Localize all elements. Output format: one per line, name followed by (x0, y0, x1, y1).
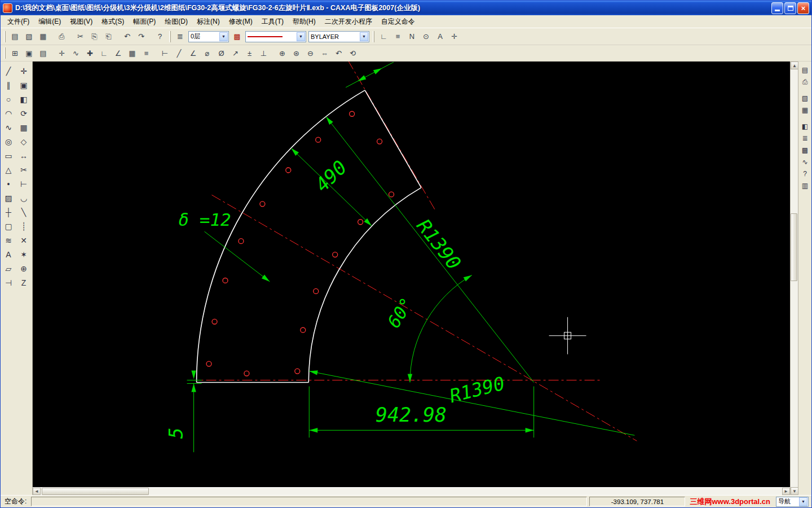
restore-button[interactable] (784, 2, 796, 14)
plot-icon[interactable]: ⎙ (799, 76, 811, 87)
menu-item-help[interactable]: 帮助(H) (288, 15, 320, 28)
offset-tool-button[interactable]: ≋ (2, 234, 16, 247)
rotate-tool-button[interactable]: ⟳ (17, 107, 31, 120)
pan-view-button[interactable]: ⇔ (317, 47, 332, 59)
zoom-dynamic-button[interactable]: ⊛ (289, 47, 303, 59)
polygon-tool-button[interactable]: △ (2, 163, 16, 177)
chevron-down-icon[interactable]: ▼ (360, 32, 368, 41)
pan-tool-button[interactable]: ✛ (17, 64, 31, 78)
print-button[interactable]: ⎙ (55, 30, 69, 43)
menu-item-tools[interactable]: 工具(T) (257, 15, 288, 28)
linewidth-button[interactable]: ≡ (391, 30, 405, 43)
menu-item-addons[interactable]: 二次开发小程序 (320, 15, 377, 28)
erase-tool-button[interactable]: ✕ (17, 234, 31, 247)
horizontal-scrollbar[interactable]: ◄ ► (33, 487, 790, 495)
scroll-track[interactable] (41, 488, 782, 495)
arc-tool-button[interactable]: ◠ (2, 107, 16, 120)
scroll-thumb[interactable] (42, 488, 149, 495)
zoom-out-button[interactable]: ⊖ (303, 47, 317, 59)
lineweight-combo[interactable]: BYLAYER ▼ (308, 31, 369, 42)
undo-button[interactable]: ↶ (120, 30, 134, 43)
menu-item-draw[interactable]: 绘图(D) (160, 15, 192, 28)
dim-diameter-button[interactable]: Ø (214, 47, 228, 59)
close-button[interactable]: × (797, 2, 809, 14)
menu-item-view[interactable]: 视图(V) (65, 15, 97, 28)
dim-linear-button[interactable]: ⊢ (158, 47, 172, 59)
dynamic-input-button[interactable]: N (405, 30, 419, 43)
layer-control-button[interactable]: ≡ (139, 47, 153, 59)
scroll-right-icon[interactable]: ► (782, 488, 790, 495)
break-tool-button[interactable]: ┊ (17, 220, 31, 233)
mirror-tool-button[interactable]: ◧ (17, 93, 31, 106)
zoom-tool-button[interactable]: ⊕ (17, 262, 31, 275)
vertical-scrollbar[interactable]: ▲ ▼ (790, 62, 798, 495)
leader-button[interactable]: ↗ (228, 47, 242, 59)
query-tool-button[interactable]: Z (17, 276, 31, 290)
options-button[interactable]: ✛ (447, 30, 461, 43)
scroll-left-icon[interactable]: ◄ (33, 488, 41, 495)
ellipse-tool-button[interactable]: ◎ (2, 135, 16, 148)
menu-item-sheet[interactable]: 幅面(P) (129, 15, 160, 28)
new-button[interactable]: ▤ (8, 30, 22, 43)
osnap-button[interactable]: ⊙ (419, 30, 433, 43)
fillet-tool-button[interactable]: ◡ (17, 191, 31, 205)
node-edit-button[interactable]: ∿ (69, 47, 83, 59)
spline-tool-button[interactable]: ∿ (2, 121, 16, 134)
scroll-thumb[interactable] (791, 213, 797, 281)
hatch-tool-button[interactable]: ▨ (2, 191, 16, 205)
open-button[interactable]: ▧ (22, 30, 36, 43)
properties-icon[interactable]: ◧ (799, 121, 811, 132)
ortho-button[interactable]: ∟ (377, 30, 391, 43)
zoom-prev-button[interactable]: ↶ (332, 47, 346, 59)
query-panel-icon[interactable]: ? (799, 168, 811, 179)
linetype-panel-icon[interactable]: ∿ (799, 156, 811, 168)
array-tool-button[interactable]: ▦ (17, 121, 31, 134)
redraw-button[interactable]: ⟲ (346, 47, 360, 59)
dim-radius-button[interactable]: ⌀ (200, 47, 214, 59)
menu-item-file[interactable]: 文件(F) (3, 15, 34, 28)
line-tool-button[interactable]: ╱ (2, 64, 16, 78)
pick-button[interactable]: ✛ (55, 47, 69, 59)
rectangle-tool-button[interactable]: ▭ (2, 149, 16, 163)
layer-manager-button[interactable]: ≣ (173, 30, 187, 43)
menu-item-edit[interactable]: 编辑(E) (34, 15, 65, 28)
drawing-canvas[interactable]: 490 R1390 R1390 60° 942.98 5 δ =12 (33, 62, 790, 487)
layers-panel-icon[interactable]: ≣ (799, 133, 811, 144)
menu-item-modify[interactable]: 修改(M) (224, 15, 257, 28)
ortho-mode-button[interactable]: ∟ (97, 47, 111, 59)
linetype-combo[interactable]: ▼ (245, 31, 306, 42)
chevron-down-icon[interactable]: ▼ (219, 32, 228, 41)
help-button[interactable]: ? (153, 30, 167, 43)
minimize-button[interactable] (771, 2, 783, 14)
centerline-tool-button[interactable]: ┼ (2, 205, 16, 219)
scale-tool-button[interactable]: ◇ (17, 135, 31, 148)
scroll-up-icon[interactable]: ▲ (791, 62, 798, 69)
copy-tool-button[interactable]: ▣ (17, 78, 31, 92)
menu-item-format[interactable]: 格式(S) (97, 15, 129, 28)
snap-mode-combo[interactable]: 导航 ▼ (776, 497, 809, 507)
dimension-tool-button[interactable]: ⊣ (2, 276, 16, 290)
menu-item-custom-commands[interactable]: 自定义命令 (377, 15, 420, 28)
save-button[interactable]: ▦ (36, 30, 50, 43)
zoom-in-button[interactable]: ⊕ (275, 47, 289, 59)
zoom-window-button[interactable]: ▣ (22, 47, 36, 59)
block-tool-button[interactable]: ▱ (2, 262, 16, 275)
stretch-tool-button[interactable]: ↔ (17, 149, 31, 163)
command-input[interactable] (31, 497, 587, 506)
redo-button[interactable]: ↷ (134, 30, 148, 43)
sheet-frame-button[interactable]: ▤ (36, 47, 50, 59)
chevron-down-icon[interactable]: ▼ (799, 497, 807, 506)
scroll-down-icon[interactable]: ▼ (791, 487, 798, 495)
sheet-settings-icon[interactable]: ▤ (799, 64, 811, 76)
zoom-all-button[interactable]: ⊞ (8, 47, 22, 59)
copy-button[interactable]: ⎘ (87, 30, 102, 43)
dim-aligned-button[interactable]: ╱ (172, 47, 186, 59)
text-style-button[interactable]: A (433, 30, 447, 43)
help-panel-icon[interactable]: ▥ (799, 180, 811, 191)
contour-tool-button[interactable]: ▢ (2, 220, 16, 233)
explode-tool-button[interactable]: ✶ (17, 248, 31, 261)
view-3d-icon[interactable]: ▧ (799, 93, 811, 104)
circle-tool-button[interactable]: ○ (2, 93, 16, 106)
layer-combo[interactable]: 0层 ▼ (188, 31, 229, 42)
point-tool-button[interactable]: • (2, 177, 16, 191)
